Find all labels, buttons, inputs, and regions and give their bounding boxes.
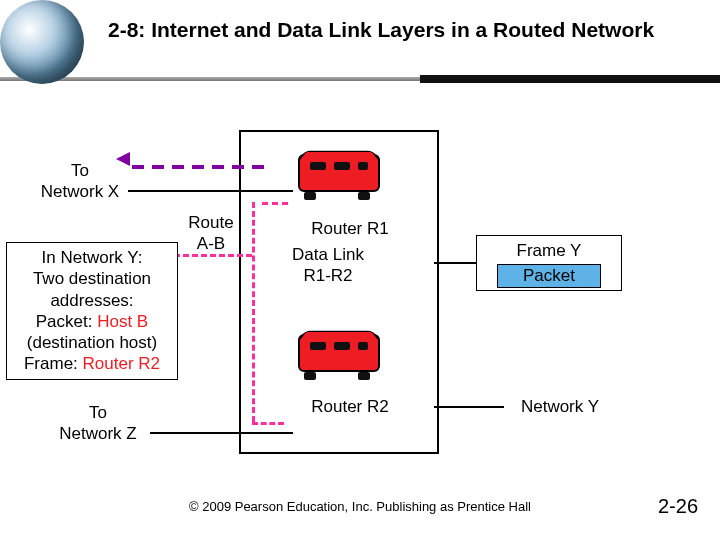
box-line3: addresses: [7,290,177,311]
pink-route-to-box [174,254,252,257]
to-network-x-label: To Network X [30,160,130,203]
route-ab-label: Route A-B [176,212,246,255]
to-network-z-label: To Network Z [48,402,148,445]
diagram-stage: Router R1 Router R2 To Network X To Netw… [0,90,720,490]
box-line1: In Network Y: [7,247,177,268]
title-underline-dark [420,75,720,83]
pink-route-vertical [252,202,255,422]
router-r1-icon [292,142,382,200]
line-to-network-y [434,406,504,408]
router-r2-red: Router R2 [83,354,160,373]
page-title: 2-8: Internet and Data Link Layers in a … [108,16,668,44]
line-to-network-z [150,432,293,434]
pink-route-horizontal [252,422,284,425]
line-to-frame-y [434,262,476,264]
router-r2-label: Router R2 [300,396,400,417]
globe-decoration [0,0,84,84]
copyright-footer: © 2009 Pearson Education, Inc. Publishin… [0,499,720,514]
page-number: 2-26 [658,495,698,518]
router-r2-icon [292,322,382,380]
datalink-label: Data Link R1-R2 [278,244,378,287]
arrow-purple-icon [116,152,130,166]
box-line5: (destination host) [7,332,177,353]
network-y-address-box: In Network Y: Two destination addresses:… [6,242,178,380]
frame-y-box: Frame Y Packet [476,235,622,291]
packet-box: Packet [497,264,601,288]
box-line6: Frame: Router R2 [7,353,177,374]
frame-y-label: Frame Y [477,240,621,261]
line-to-network-x [128,190,293,192]
box-line2: Two destination [7,268,177,289]
router-r1-label: Router R1 [300,218,400,239]
network-y-label: Network Y [510,396,610,417]
packet-label: Packet [523,266,575,285]
host-b-red: Host B [97,312,148,331]
box-line4: Packet: Host B [7,311,177,332]
pink-route-top [262,202,288,205]
